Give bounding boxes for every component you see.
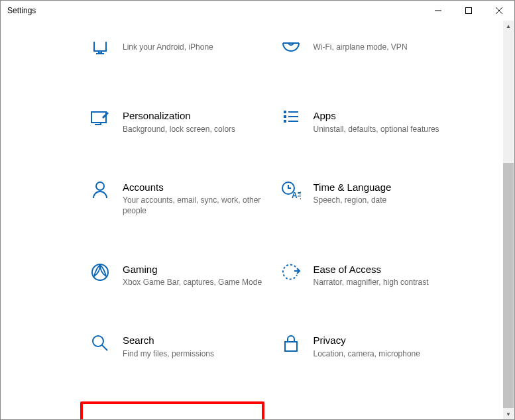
settings-grid: Phone Link your Android, iPhone Network … — [1, 21, 514, 419]
tile-desc: Find my files, permissions — [123, 348, 268, 359]
svg-rect-5 — [284, 120, 286, 123]
svg-point-6 — [96, 182, 104, 190]
ease-of-access-icon — [280, 263, 302, 284]
content-area: Phone Link your Android, iPhone Network … — [1, 21, 514, 419]
gaming-icon — [89, 263, 111, 284]
tile-desc: Link your Android, iPhone — [123, 42, 268, 52]
accounts-icon — [89, 181, 111, 202]
apps-icon — [280, 109, 302, 131]
tile-network[interactable]: Network & Internet Wi-Fi, airplane mode,… — [278, 38, 462, 67]
lock-icon — [280, 334, 302, 355]
scroll-up-button[interactable]: ▲ — [503, 21, 514, 31]
tile-title: Search — [123, 334, 268, 347]
tile-desc: Your accounts, email, sync, work, other … — [123, 195, 268, 216]
empty-cell — [278, 401, 462, 419]
scroll-thumb[interactable] — [503, 163, 514, 408]
svg-rect-0 — [466, 8, 472, 14]
tile-title: Ease of Access — [314, 263, 459, 276]
tile-desc: Xbox Game Bar, captures, Game Mode — [123, 277, 268, 288]
globe-icon — [280, 42, 302, 63]
tile-desc: Wi-Fi, airplane mode, VPN — [314, 42, 459, 52]
svg-point-10 — [93, 336, 103, 346]
tile-desc: Background, lock screen, colors — [123, 124, 268, 134]
phone-icon — [89, 42, 111, 63]
window-controls — [423, 1, 514, 21]
tile-title: Privacy — [314, 334, 459, 347]
tile-privacy[interactable]: Privacy Location, camera, microphone — [278, 330, 462, 363]
tile-ease-of-access[interactable]: Ease of Access Narrator, magnifier, high… — [278, 259, 462, 292]
svg-rect-4 — [284, 115, 286, 118]
tile-title: Accounts — [123, 181, 268, 194]
minimize-button[interactable] — [423, 1, 453, 21]
window-title: Settings — [7, 6, 423, 15]
titlebar: Settings — [1, 1, 514, 21]
tile-title: Apps — [314, 109, 459, 123]
close-button[interactable] — [484, 1, 514, 21]
svg-text:A字: A字 — [292, 191, 301, 199]
tile-personalization[interactable]: Personalization Background, lock screen,… — [87, 105, 271, 138]
tile-desc: Narrator, magnifier, high contrast — [314, 277, 459, 288]
maximize-button[interactable] — [453, 1, 484, 21]
scroll-down-button[interactable]: ▼ — [503, 409, 514, 419]
svg-rect-3 — [284, 111, 286, 113]
tile-title: Gaming — [123, 263, 268, 276]
personalization-icon — [89, 109, 111, 131]
svg-rect-11 — [285, 342, 297, 351]
tile-title: Personalization — [123, 109, 268, 123]
tile-title: Time & Language — [314, 181, 459, 194]
tile-desc: Speech, region, date — [314, 195, 459, 205]
tile-desc: Uninstall, defaults, optional features — [314, 124, 459, 134]
tile-search[interactable]: Search Find my files, permissions — [87, 330, 271, 363]
svg-rect-1 — [99, 51, 101, 53]
tile-update-security[interactable]: Update & Security Windows Update, recove… — [80, 401, 264, 419]
tile-apps[interactable]: Apps Uninstall, defaults, optional featu… — [278, 105, 462, 138]
tile-desc: Location, camera, microphone — [314, 348, 459, 359]
vertical-scrollbar[interactable]: ▲ ▼ — [503, 21, 514, 419]
tile-phone[interactable]: Phone Link your Android, iPhone — [87, 38, 271, 67]
tile-gaming[interactable]: Gaming Xbox Game Bar, captures, Game Mod… — [87, 259, 271, 292]
tile-time-language[interactable]: A字 Time & Language Speech, region, date — [278, 177, 462, 221]
tile-accounts[interactable]: Accounts Your accounts, email, sync, wor… — [87, 177, 271, 221]
search-icon — [89, 334, 111, 355]
time-language-icon: A字 — [280, 181, 302, 202]
